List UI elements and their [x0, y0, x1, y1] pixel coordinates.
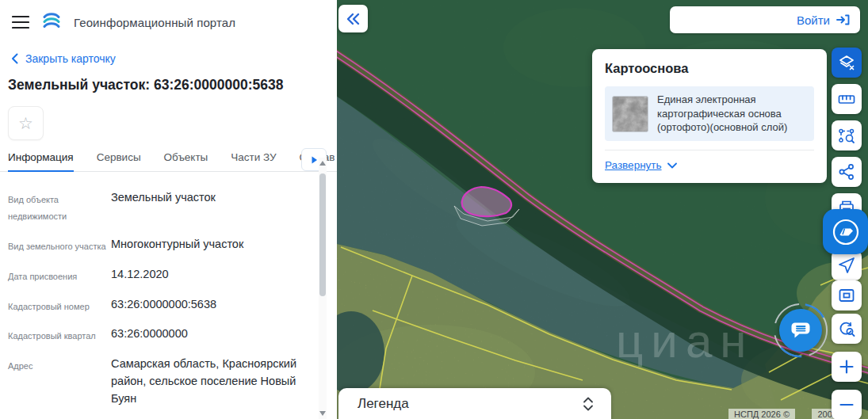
attribute-label: Вид земельного участка — [8, 236, 111, 255]
triangle-right-icon — [311, 156, 318, 164]
tab-information[interactable]: Информация — [8, 151, 74, 172]
attribute-value: 63:26:0000000:5638 — [111, 296, 216, 315]
minus-icon — [839, 397, 855, 413]
app-title: Геоинформационный портал — [74, 16, 235, 29]
attribute-row: Кадастровый квартал 63:26:0000000 — [8, 326, 318, 345]
attribute-label: Кадастровый номер — [8, 296, 111, 315]
zoom-in-button[interactable] — [832, 352, 862, 382]
chat-button[interactable] — [779, 309, 822, 352]
basemap-thumbnail — [612, 96, 648, 132]
login-button[interactable]: Войти — [670, 6, 860, 33]
login-arrow-icon — [836, 13, 850, 26]
star-icon: ☆ — [18, 115, 33, 131]
measure-area-icon — [837, 126, 856, 145]
expand-label: Развернуть — [605, 159, 662, 171]
attribute-row: Адрес Самарская область, Красноярский ра… — [8, 356, 318, 407]
measure-distance-button[interactable] — [832, 84, 862, 114]
layers-toggle-button[interactable] — [832, 48, 862, 78]
scroll-up-icon[interactable] — [319, 161, 326, 166]
legend-label: Легенда — [358, 396, 409, 412]
measure-area-button[interactable] — [832, 120, 862, 150]
zoom-out-button[interactable] — [832, 390, 862, 419]
share-button[interactable] — [832, 157, 862, 187]
favorite-button[interactable]: ☆ — [8, 106, 44, 140]
attribute-value: 63:26:0000000 — [111, 326, 188, 345]
expand-collapse-icon — [583, 396, 594, 412]
basemap-card-title: Картооснова — [605, 61, 814, 76]
tab-objects[interactable]: Объекты — [164, 151, 208, 171]
scroll-down-icon[interactable] — [319, 411, 326, 416]
chevron-left-icon — [11, 53, 18, 64]
collapse-panel-button[interactable] — [338, 5, 368, 32]
attribute-label: Вид объекта недвижимости — [8, 189, 111, 225]
scrollbar-thumb[interactable] — [319, 173, 326, 296]
attribute-label: Кадастровый квартал — [8, 326, 111, 345]
object-card-panel: Геоинформационный портал Закрыть карточк… — [0, 0, 337, 419]
panel-header: Геоинформационный портал — [0, 0, 337, 39]
attribute-row: Вид земельного участка Многоконтурный уч… — [8, 236, 318, 255]
my-location-button[interactable] — [832, 250, 862, 280]
attribute-value: Многоконтурный участок — [111, 236, 243, 255]
chevron-down-icon — [667, 162, 677, 169]
attribute-value: Самарская область, Красноярский район, с… — [111, 356, 318, 407]
basemap-card: Картооснова Единая электронная картограф… — [592, 49, 827, 183]
chat-bubble-icon — [790, 319, 812, 341]
portal-logo-icon — [41, 10, 62, 34]
attribute-label: Адрес — [8, 356, 111, 407]
geoportal-app: Геоинформационный портал Закрыть карточк… — [0, 0, 868, 419]
draw-map-tool-button[interactable] — [823, 209, 868, 254]
tab-services[interactable]: Сервисы — [97, 151, 141, 171]
tab-bar: Информация Сервисы Объекты Части ЗУ Сост… — [0, 151, 337, 172]
attribute-value: Земельный участок — [111, 189, 216, 225]
basemap-layer-name: Единая электронная картографическая осно… — [657, 93, 807, 135]
object-title: Земельный участок: 63:26:0000000:5638 — [8, 77, 327, 93]
ruler-icon — [837, 90, 856, 109]
login-label: Войти — [797, 13, 830, 27]
attribute-list: Вид объекта недвижимости Земельный участ… — [0, 172, 337, 419]
close-card-link[interactable]: Закрыть карточку — [11, 52, 337, 65]
layers-toggle-icon — [837, 53, 856, 72]
attribute-value: 14.12.2020 — [111, 266, 169, 285]
attribute-row: Дата присвоения 14.12.2020 — [8, 266, 318, 285]
location-arrow-icon — [837, 256, 856, 275]
attribute-label: Дата присвоения — [8, 266, 111, 285]
close-card-label: Закрыть карточку — [25, 52, 116, 65]
map-attribution: НСПД 2026 © — [728, 409, 795, 419]
expand-basemap-link[interactable]: Развернуть — [605, 159, 677, 171]
attribute-row: Вид объекта недвижимости Земельный участ… — [8, 189, 318, 225]
search-area-button[interactable] — [832, 314, 862, 344]
legend-bar[interactable]: Легенда — [338, 388, 611, 419]
share-icon — [837, 162, 856, 181]
panel-scrollbar[interactable] — [319, 158, 327, 419]
basemap-layer-row[interactable]: Единая электронная картографическая осно… — [605, 86, 814, 141]
search-area-icon — [837, 319, 856, 338]
divider — [605, 150, 814, 150]
menu-button[interactable] — [12, 15, 29, 29]
map-canvas[interactable]: циан Войти Картооснова Е — [337, 0, 868, 419]
tab-parcel-parts[interactable]: Части ЗУ — [231, 151, 276, 171]
double-chevron-left-icon — [345, 12, 362, 26]
attribute-row: Кадастровый номер 63:26:0000000:5638 — [8, 296, 318, 315]
overview-map-button[interactable] — [832, 280, 862, 310]
draw-map-icon — [832, 218, 860, 246]
overview-map-icon — [837, 286, 856, 305]
plus-icon — [839, 359, 855, 375]
hamburger-icon — [12, 15, 29, 29]
